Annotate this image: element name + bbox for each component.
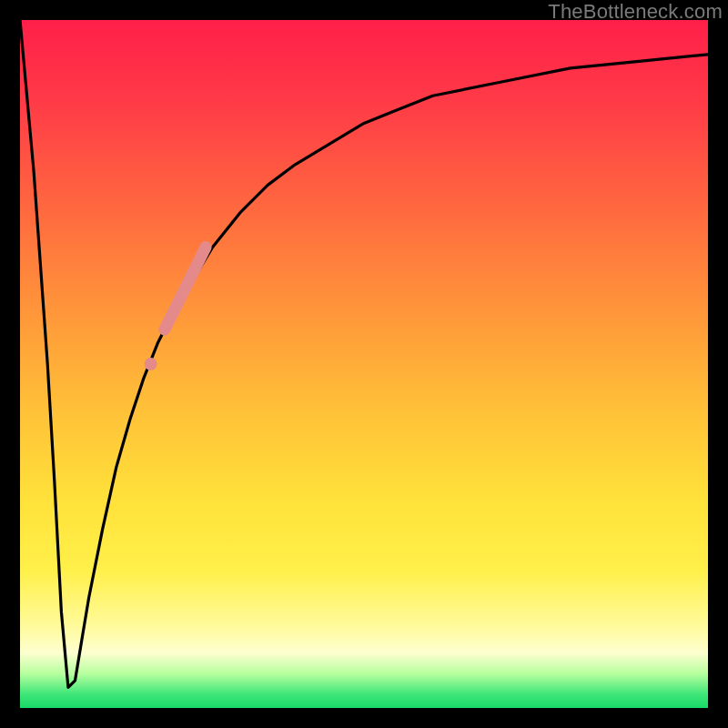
- plot-area: [20, 20, 708, 708]
- curve-svg: [20, 20, 708, 708]
- bottleneck-curve: [20, 20, 708, 687]
- highlight-segment: [165, 248, 206, 330]
- highlight-dot: [145, 358, 157, 370]
- chart-stage: TheBottleneck.com: [0, 0, 728, 728]
